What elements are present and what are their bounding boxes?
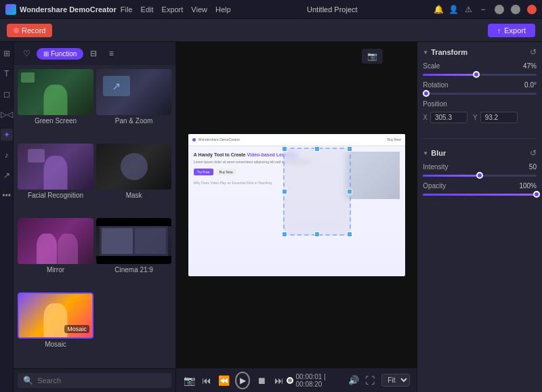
record-label: Record bbox=[22, 26, 45, 35]
blur-section: ▼ Blur ↺ Intensity 50 Opacity 100% bbox=[423, 148, 537, 201]
preview-controls: 📷 ⏮ ⏪ ▶ ⏹ ⏭ 00:00:01 | 00:08:20 🔊 ⛶ Fit bbox=[176, 368, 417, 392]
menu-view[interactable]: View bbox=[191, 5, 207, 14]
record-dot bbox=[14, 28, 19, 33]
sidebar-cursor-icon[interactable]: ↗ bbox=[1, 169, 13, 181]
opacity-row: Opacity 100% bbox=[423, 182, 537, 190]
export-label: Export bbox=[504, 26, 526, 35]
effect-label-pan-zoom: Pan & Zoom bbox=[96, 117, 172, 125]
menu-export[interactable]: Export bbox=[162, 5, 184, 14]
tab-icon-2[interactable]: ⊟ bbox=[86, 46, 101, 61]
time-display: 00:00:01 | 00:08:20 bbox=[296, 373, 343, 388]
rewind-btn[interactable]: ⏪ bbox=[218, 373, 230, 388]
app-logo: Wondershare DemoCreator bbox=[5, 4, 117, 15]
transform-title: ▼ Transform bbox=[423, 48, 467, 56]
effect-label-mask: Mask bbox=[96, 192, 172, 199]
next-frame-btn[interactable]: ⏭ bbox=[273, 373, 285, 388]
handle-br[interactable] bbox=[347, 232, 352, 237]
y-label: Y bbox=[473, 114, 478, 121]
preview-area: 📷 Wondershare DemoCreator Buy Now A Hand… bbox=[176, 42, 417, 392]
handle-rc[interactable] bbox=[347, 189, 352, 194]
rotation-label: Rotation bbox=[423, 81, 448, 89]
play-button[interactable]: ▶ bbox=[235, 372, 250, 389]
search-icon: 🔍 bbox=[23, 376, 33, 385]
effect-mosaic[interactable]: Mosaic Mosaic bbox=[18, 292, 93, 364]
account-icon[interactable]: 👤 bbox=[449, 5, 458, 14]
handle-tc[interactable] bbox=[314, 146, 320, 152]
right-panel: ▼ Transform ↺ Scale 47% Rotation 0.0° bbox=[417, 42, 542, 392]
sidebar-effects-icon[interactable]: ✦ bbox=[1, 129, 13, 141]
effect-pan-zoom[interactable]: ↗ Pan & Zoom bbox=[96, 69, 172, 141]
export-button[interactable]: ↑ Export bbox=[488, 24, 535, 37]
window-close[interactable] bbox=[527, 5, 537, 14]
app-name: Wondershare DemoCreator bbox=[20, 5, 117, 14]
rotation-slider[interactable] bbox=[423, 93, 537, 95]
tab-favorites[interactable]: ♡ bbox=[19, 46, 34, 61]
sidebar-audio-icon[interactable]: ♪ bbox=[1, 149, 13, 161]
blur-reset[interactable]: ↺ bbox=[530, 148, 537, 158]
position-xy: X Y bbox=[423, 112, 537, 123]
webpage-header: Wondershare DemoCreator Buy Now bbox=[188, 134, 405, 146]
y-input[interactable] bbox=[480, 112, 518, 123]
handle-tr[interactable] bbox=[347, 146, 352, 152]
effect-facial[interactable]: Facial Recognition bbox=[18, 144, 93, 215]
sidebar-media-icon[interactable]: ⊞ bbox=[1, 47, 13, 60]
intensity-label: Intensity bbox=[423, 163, 448, 171]
nav-links: Buy Now bbox=[388, 137, 401, 141]
sidebar-text-icon[interactable]: T bbox=[1, 68, 13, 80]
handle-lc[interactable] bbox=[282, 189, 287, 194]
scale-fill bbox=[423, 74, 476, 76]
settings-icon[interactable]: − bbox=[478, 5, 488, 14]
search-wrapper: 🔍 bbox=[18, 373, 171, 388]
menu-edit[interactable]: Edit bbox=[141, 5, 154, 14]
window-minimize[interactable] bbox=[495, 5, 504, 14]
blur-selection[interactable] bbox=[283, 148, 351, 236]
opacity-thumb[interactable] bbox=[533, 191, 540, 198]
screenshot-btn[interactable]: 📷 bbox=[183, 373, 195, 388]
opacity-slider[interactable] bbox=[423, 194, 537, 196]
handle-bl[interactable] bbox=[282, 232, 287, 237]
scale-label: Scale bbox=[423, 62, 440, 70]
scale-thumb[interactable] bbox=[473, 71, 480, 78]
sidebar-more-icon[interactable]: ••• bbox=[1, 190, 13, 202]
webpage-image bbox=[346, 152, 400, 199]
blur-title: ▼ Blur bbox=[423, 149, 446, 157]
transform-reset[interactable]: ↺ bbox=[530, 47, 537, 57]
opacity-label: Opacity bbox=[423, 182, 446, 190]
volume-icon[interactable]: 🔊 bbox=[348, 375, 359, 385]
sidebar-transitions-icon[interactable]: ▷◁ bbox=[1, 108, 13, 121]
intensity-thumb[interactable] bbox=[476, 172, 483, 179]
buy-btn: Buy Now bbox=[216, 169, 236, 175]
effect-green-screen[interactable]: Green Screen bbox=[18, 69, 93, 141]
effect-mirror[interactable]: Mirror bbox=[18, 218, 93, 290]
camera-button[interactable]: 📷 bbox=[362, 49, 383, 64]
fullscreen-btn[interactable]: ⛶ bbox=[364, 373, 377, 388]
x-label: X bbox=[423, 114, 428, 121]
prev-frame-btn[interactable]: ⏮ bbox=[201, 373, 213, 388]
effect-mask[interactable]: Mask bbox=[96, 144, 172, 215]
position-row: Position bbox=[423, 100, 537, 108]
record-button[interactable]: Record bbox=[7, 24, 52, 37]
menu-file[interactable]: File bbox=[121, 5, 133, 14]
menu-help[interactable]: Help bbox=[215, 5, 231, 14]
scale-slider[interactable] bbox=[423, 74, 537, 76]
window-maximize[interactable] bbox=[511, 5, 520, 14]
try-btn: Try Free bbox=[194, 169, 213, 175]
x-input[interactable] bbox=[430, 112, 467, 123]
scale-value: 47% bbox=[523, 62, 537, 70]
handle-bc[interactable] bbox=[314, 232, 320, 237]
tab-function[interactable]: ⊞ Function bbox=[37, 48, 83, 60]
rotation-thumb[interactable] bbox=[423, 90, 430, 97]
stop-btn[interactable]: ⏹ bbox=[255, 373, 268, 388]
title-bar: Wondershare DemoCreator File Edit Export… bbox=[0, 0, 542, 19]
alert-icon[interactable]: ⚠ bbox=[463, 5, 473, 14]
notification-icon[interactable]: 🔔 bbox=[434, 5, 443, 14]
handle-tl[interactable] bbox=[282, 146, 287, 152]
effect-cinema[interactable]: Cinema 21:9 bbox=[96, 218, 172, 290]
tab-icon-3[interactable]: ≡ bbox=[104, 46, 119, 61]
search-input[interactable] bbox=[37, 376, 166, 385]
sidebar-shapes-icon[interactable]: ◻ bbox=[1, 88, 13, 100]
intensity-slider[interactable] bbox=[423, 175, 537, 177]
scale-row: Scale 47% bbox=[423, 62, 537, 70]
fit-select[interactable]: Fit bbox=[381, 374, 410, 387]
opacity-value: 100% bbox=[519, 182, 537, 190]
